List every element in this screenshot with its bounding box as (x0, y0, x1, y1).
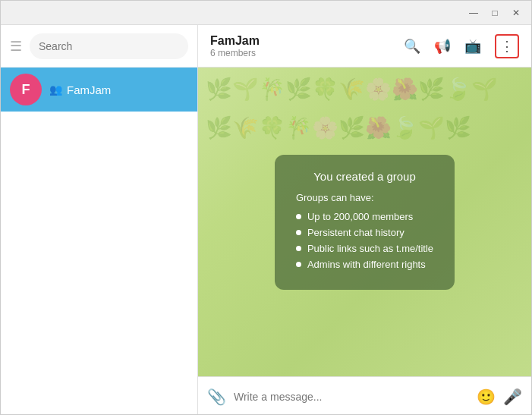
input-area: 📎 🙂 🎤 (198, 376, 531, 415)
chat-info: 👥 FamJam (49, 83, 111, 96)
chat-title-area: FamJam 6 members (210, 34, 260, 58)
chat-header: FamJam 6 members 🔍 📢 📺 ⋮ (198, 25, 531, 68)
mic-icon[interactable]: 🎤 (503, 388, 522, 406)
close-button[interactable]: ✕ (507, 4, 525, 22)
app-layout: ☰ F 👥 FamJam 🌿🍃🌱🌿🎋🌾🌿🍀🌺🌸🍃🌿🌱🎋🌿🍀🌾🌸🌺🌿🍃🌱🌿🌾🍀🎋🌸… (1, 25, 531, 415)
list-item: Up to 200,000 members (296, 211, 433, 222)
list-item-text: Up to 200,000 members (307, 211, 413, 222)
bullet-icon (296, 230, 301, 235)
info-card-list: Up to 200,000 membersPersistent chat his… (296, 211, 433, 270)
list-item[interactable]: F 👥 FamJam (1, 68, 197, 112)
chat-panel: 🌿🍃🌱🌿🎋🌾🌿🍀🌺🌸🍃🌿🌱🎋🌿🍀🌾🌸🌺🌿🍃🌱🌿🌾🍀🎋🌸🌿🌺🍃🌱🌿 FamJam … (198, 25, 531, 415)
chat-actions: 🔍 📢 📺 ⋮ (404, 34, 519, 58)
emoji-icon[interactable]: 🙂 (477, 388, 496, 406)
broadcast-icon[interactable]: 📢 (434, 38, 451, 55)
info-card: You created a group Groups can have: Up … (275, 155, 455, 290)
search-input[interactable] (39, 40, 179, 52)
chat-subtitle: 6 members (210, 48, 260, 58)
attach-icon[interactable]: 📎 (207, 388, 226, 406)
list-item-text: Persistent chat history (307, 227, 405, 238)
search-chat-icon[interactable]: 🔍 (404, 38, 420, 55)
sidebar-header: ☰ (1, 25, 197, 68)
list-item: Persistent chat history (296, 227, 433, 238)
bullet-icon (296, 262, 301, 267)
search-box[interactable] (30, 33, 188, 59)
list-item: Admins with different rights (296, 259, 433, 270)
titlebar: — □ ✕ (1, 1, 531, 25)
bullet-icon (296, 246, 301, 251)
maximize-button[interactable]: □ (486, 4, 504, 22)
avatar: F (10, 74, 42, 105)
screen-icon[interactable]: 📺 (464, 38, 481, 55)
chat-title: FamJam (210, 34, 260, 48)
info-card-subtitle: Groups can have: (296, 192, 433, 203)
list-item-text: Public links such as t.me/title (307, 243, 433, 254)
bullet-icon (296, 214, 301, 219)
list-item-text: Admins with different rights (307, 259, 426, 270)
message-input[interactable] (234, 391, 469, 403)
list-item: Public links such as t.me/title (296, 243, 433, 254)
minimize-button[interactable]: — (464, 4, 483, 22)
more-icon: ⋮ (500, 38, 514, 55)
more-options-button[interactable]: ⋮ (495, 34, 519, 58)
group-icon: 👥 (49, 83, 62, 96)
sidebar: ☰ F 👥 FamJam (1, 25, 198, 415)
chat-name: FamJam (67, 83, 111, 96)
menu-icon[interactable]: ☰ (10, 38, 22, 55)
chat-list: F 👥 FamJam (1, 68, 197, 415)
message-area: You created a group Groups can have: Up … (198, 68, 531, 376)
info-card-title: You created a group (296, 170, 433, 183)
